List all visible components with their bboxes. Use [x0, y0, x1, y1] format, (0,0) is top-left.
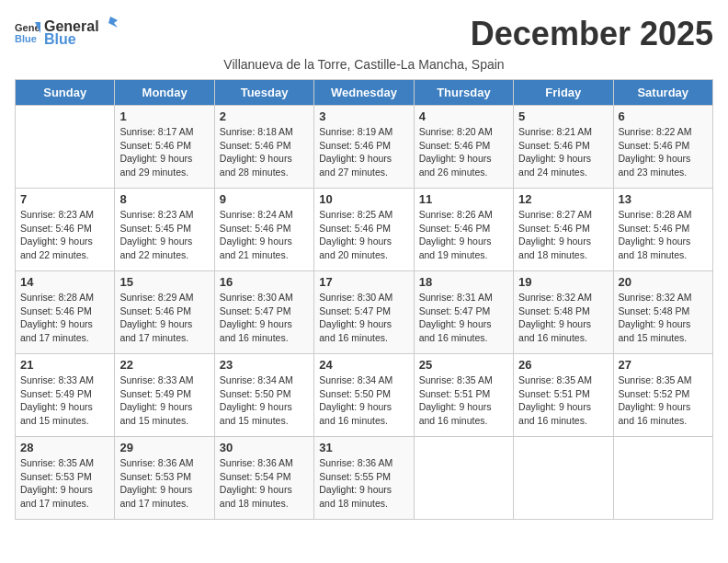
- day-info: Sunrise: 8:36 AMSunset: 5:54 PMDaylight:…: [220, 456, 309, 511]
- calendar-cell: 4Sunrise: 8:20 AMSunset: 5:46 PMDaylight…: [414, 106, 513, 189]
- day-number: 4: [419, 109, 508, 123]
- day-header-sunday: Sunday: [16, 80, 115, 106]
- calendar-cell: 17Sunrise: 8:30 AMSunset: 5:47 PMDayligh…: [314, 271, 414, 354]
- calendar-cell: 19Sunrise: 8:32 AMSunset: 5:48 PMDayligh…: [514, 271, 613, 354]
- calendar-cell: 16Sunrise: 8:30 AMSunset: 5:47 PMDayligh…: [214, 271, 313, 354]
- svg-marker-3: [108, 17, 118, 28]
- day-number: 30: [220, 441, 309, 454]
- day-info: Sunrise: 8:34 AMSunset: 5:50 PMDaylight:…: [220, 373, 309, 428]
- day-info: Sunrise: 8:24 AMSunset: 5:46 PMDaylight:…: [220, 208, 309, 262]
- day-info: Sunrise: 8:19 AMSunset: 5:46 PMDaylight:…: [319, 125, 408, 179]
- calendar-cell: [16, 106, 115, 189]
- day-number: 3: [319, 109, 408, 123]
- day-number: 16: [220, 275, 309, 289]
- calendar-cell: 29Sunrise: 8:36 AMSunset: 5:53 PMDayligh…: [115, 437, 214, 520]
- day-number: 18: [419, 275, 508, 289]
- logo-bird: [101, 15, 118, 31]
- day-header-saturday: Saturday: [613, 80, 712, 106]
- day-info: Sunrise: 8:35 AMSunset: 5:52 PMDaylight:…: [619, 373, 708, 428]
- day-number: 9: [220, 192, 309, 206]
- calendar-cell: 25Sunrise: 8:35 AMSunset: 5:51 PMDayligh…: [414, 354, 513, 437]
- calendar-cell: 28Sunrise: 8:35 AMSunset: 5:53 PMDayligh…: [16, 437, 115, 520]
- day-header-tuesday: Tuesday: [214, 80, 313, 106]
- day-number: 19: [518, 275, 608, 289]
- day-number: 17: [319, 275, 408, 289]
- calendar-cell: 31Sunrise: 8:36 AMSunset: 5:55 PMDayligh…: [314, 437, 414, 520]
- day-info: Sunrise: 8:30 AMSunset: 5:47 PMDaylight:…: [220, 291, 309, 345]
- calendar-cell: 9Sunrise: 8:24 AMSunset: 5:46 PMDaylight…: [214, 189, 313, 271]
- day-number: 8: [119, 192, 209, 206]
- day-header-wednesday: Wednesday: [314, 80, 414, 106]
- calendar-body: 1Sunrise: 8:17 AMSunset: 5:46 PMDaylight…: [16, 106, 713, 520]
- calendar-cell: 21Sunrise: 8:33 AMSunset: 5:49 PMDayligh…: [16, 354, 115, 437]
- day-info: Sunrise: 8:23 AMSunset: 5:45 PMDaylight:…: [119, 208, 209, 262]
- calendar-cell: 1Sunrise: 8:17 AMSunset: 5:46 PMDaylight…: [115, 106, 214, 189]
- calendar-cell: 30Sunrise: 8:36 AMSunset: 5:54 PMDayligh…: [214, 437, 313, 520]
- day-info: Sunrise: 8:23 AMSunset: 5:46 PMDaylight:…: [20, 208, 109, 262]
- page-header: General Blue General Blue December 2025: [15, 15, 713, 53]
- day-info: Sunrise: 8:29 AMSunset: 5:46 PMDaylight:…: [119, 291, 209, 345]
- day-info: Sunrise: 8:34 AMSunset: 5:50 PMDaylight:…: [319, 373, 408, 428]
- day-info: Sunrise: 8:28 AMSunset: 5:46 PMDaylight:…: [20, 291, 109, 345]
- day-info: Sunrise: 8:26 AMSunset: 5:46 PMDaylight:…: [419, 208, 508, 262]
- day-info: Sunrise: 8:30 AMSunset: 5:47 PMDaylight:…: [319, 291, 408, 345]
- day-number: 28: [20, 441, 109, 454]
- day-info: Sunrise: 8:33 AMSunset: 5:49 PMDaylight:…: [119, 373, 209, 428]
- calendar-table: SundayMondayTuesdayWednesdayThursdayFrid…: [15, 79, 713, 520]
- calendar-cell: 13Sunrise: 8:28 AMSunset: 5:46 PMDayligh…: [613, 189, 712, 271]
- calendar-cell: 5Sunrise: 8:21 AMSunset: 5:46 PMDaylight…: [514, 106, 613, 189]
- calendar-cell: 2Sunrise: 8:18 AMSunset: 5:46 PMDaylight…: [214, 106, 313, 189]
- calendar-week-row: 14Sunrise: 8:28 AMSunset: 5:46 PMDayligh…: [16, 271, 713, 354]
- logo-icon: General Blue: [15, 18, 40, 44]
- calendar-cell: 3Sunrise: 8:19 AMSunset: 5:46 PMDaylight…: [314, 106, 414, 189]
- day-number: 31: [319, 441, 408, 454]
- day-number: 27: [619, 358, 708, 372]
- calendar-cell: 20Sunrise: 8:32 AMSunset: 5:48 PMDayligh…: [613, 271, 712, 354]
- day-info: Sunrise: 8:35 AMSunset: 5:53 PMDaylight:…: [20, 456, 109, 511]
- day-number: 20: [619, 275, 708, 289]
- day-number: 21: [20, 358, 109, 372]
- calendar-week-row: 7Sunrise: 8:23 AMSunset: 5:46 PMDaylight…: [16, 189, 713, 271]
- calendar-cell: 27Sunrise: 8:35 AMSunset: 5:52 PMDayligh…: [613, 354, 712, 437]
- day-number: 5: [518, 109, 608, 123]
- calendar-cell: [514, 437, 613, 520]
- calendar-cell: 18Sunrise: 8:31 AMSunset: 5:47 PMDayligh…: [414, 271, 513, 354]
- calendar-cell: [414, 437, 513, 520]
- day-info: Sunrise: 8:33 AMSunset: 5:49 PMDaylight:…: [20, 373, 109, 428]
- month-title: December 2025: [471, 15, 713, 53]
- day-info: Sunrise: 8:31 AMSunset: 5:47 PMDaylight:…: [419, 291, 508, 345]
- day-number: 23: [220, 358, 309, 372]
- day-info: Sunrise: 8:20 AMSunset: 5:46 PMDaylight:…: [419, 125, 508, 179]
- day-number: 14: [20, 275, 109, 289]
- logo: General Blue General Blue: [15, 15, 118, 48]
- day-info: Sunrise: 8:17 AMSunset: 5:46 PMDaylight:…: [119, 125, 209, 179]
- calendar-cell: 6Sunrise: 8:22 AMSunset: 5:46 PMDaylight…: [613, 106, 712, 189]
- calendar-header-row: SundayMondayTuesdayWednesdayThursdayFrid…: [16, 80, 713, 106]
- day-info: Sunrise: 8:28 AMSunset: 5:46 PMDaylight:…: [619, 208, 708, 262]
- calendar-cell: 26Sunrise: 8:35 AMSunset: 5:51 PMDayligh…: [514, 354, 613, 437]
- day-number: 6: [619, 109, 708, 123]
- calendar-cell: 7Sunrise: 8:23 AMSunset: 5:46 PMDaylight…: [16, 189, 115, 271]
- day-header-thursday: Thursday: [414, 80, 513, 106]
- calendar-cell: [613, 437, 712, 520]
- day-info: Sunrise: 8:36 AMSunset: 5:55 PMDaylight:…: [319, 456, 408, 511]
- calendar-cell: 12Sunrise: 8:27 AMSunset: 5:46 PMDayligh…: [514, 189, 613, 271]
- calendar-cell: 24Sunrise: 8:34 AMSunset: 5:50 PMDayligh…: [314, 354, 414, 437]
- day-info: Sunrise: 8:18 AMSunset: 5:46 PMDaylight:…: [220, 125, 309, 179]
- calendar-cell: 15Sunrise: 8:29 AMSunset: 5:46 PMDayligh…: [115, 271, 214, 354]
- calendar-cell: 22Sunrise: 8:33 AMSunset: 5:49 PMDayligh…: [115, 354, 214, 437]
- calendar-cell: 8Sunrise: 8:23 AMSunset: 5:45 PMDaylight…: [115, 189, 214, 271]
- day-info: Sunrise: 8:21 AMSunset: 5:46 PMDaylight:…: [518, 125, 608, 179]
- day-info: Sunrise: 8:36 AMSunset: 5:53 PMDaylight:…: [119, 456, 209, 511]
- calendar-week-row: 28Sunrise: 8:35 AMSunset: 5:53 PMDayligh…: [16, 437, 713, 520]
- day-info: Sunrise: 8:32 AMSunset: 5:48 PMDaylight:…: [619, 291, 708, 345]
- day-number: 29: [119, 441, 209, 454]
- day-number: 22: [119, 358, 209, 372]
- svg-text:Blue: Blue: [15, 33, 37, 44]
- calendar-week-row: 1Sunrise: 8:17 AMSunset: 5:46 PMDaylight…: [16, 106, 713, 189]
- day-info: Sunrise: 8:35 AMSunset: 5:51 PMDaylight:…: [419, 373, 508, 428]
- day-info: Sunrise: 8:22 AMSunset: 5:46 PMDaylight:…: [619, 125, 708, 179]
- day-header-monday: Monday: [115, 80, 214, 106]
- day-info: Sunrise: 8:25 AMSunset: 5:46 PMDaylight:…: [319, 208, 408, 262]
- calendar-cell: 14Sunrise: 8:28 AMSunset: 5:46 PMDayligh…: [16, 271, 115, 354]
